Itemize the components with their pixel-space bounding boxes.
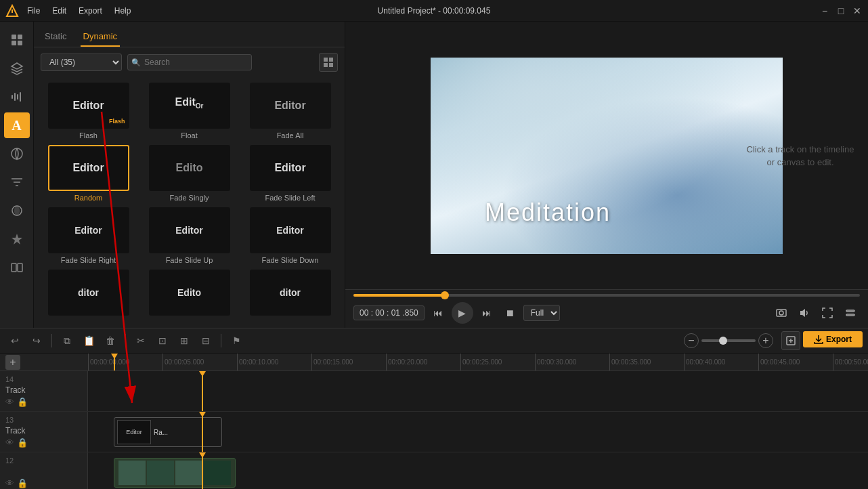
track-content-13[interactable]: Editor Ra... xyxy=(88,412,868,452)
track-number-13: 13 xyxy=(5,416,82,424)
menu-help[interactable]: Help xyxy=(109,3,137,18)
effect-item-fade-singly[interactable]: Edito Fade Singly xyxy=(142,145,237,202)
track-visibility-12[interactable]: 👁 xyxy=(5,478,14,488)
grid-toggle-button[interactable] xyxy=(319,53,338,72)
stop-button[interactable]: ⏹ xyxy=(500,303,519,322)
zoom-out-button[interactable]: − xyxy=(684,333,699,348)
effect-label-fade-singly: Fade Singly xyxy=(169,194,209,202)
svg-rect-9 xyxy=(20,92,21,102)
clip-thumb: Editor xyxy=(117,420,151,444)
preview-video[interactable]: Meditation Click a track on the timeline… xyxy=(345,22,868,289)
effect-item-float[interactable]: EditOr Float xyxy=(142,83,237,140)
separator-1 xyxy=(51,334,52,347)
minimize-button[interactable]: − xyxy=(819,5,830,16)
menu-bar: File Edit Export Help xyxy=(22,3,136,18)
fullscreen-button[interactable] xyxy=(818,303,837,322)
track-clip-random[interactable]: Editor Ra... xyxy=(114,417,222,447)
close-button[interactable]: ✕ xyxy=(852,5,863,16)
trim-button[interactable]: ⊟ xyxy=(196,331,215,350)
sidebar-item-transition[interactable] xyxy=(4,255,30,280)
effect-item-fade-slide-down[interactable]: Editor Fade Slide Down xyxy=(242,207,338,264)
export-options-button[interactable] xyxy=(781,331,800,350)
add-track-button[interactable]: + xyxy=(5,355,20,370)
effect-item-fade-all[interactable]: Editor Fade All xyxy=(242,83,338,140)
effect-label-fade-all: Fade All xyxy=(277,131,304,140)
copy-button[interactable]: ⧉ xyxy=(58,331,77,350)
time-display: 00 : 00 : 01 .850 xyxy=(353,305,425,320)
svg-rect-15 xyxy=(12,263,16,272)
timeline-playhead[interactable] xyxy=(114,354,115,370)
track-lock-12[interactable]: 🔒 xyxy=(17,478,28,488)
sidebar-item-color[interactable] xyxy=(4,198,30,224)
clip-label: Ra... xyxy=(154,429,168,436)
screenshot-button[interactable] xyxy=(772,303,791,322)
svg-rect-8 xyxy=(17,94,18,100)
maximize-button[interactable]: □ xyxy=(836,5,846,16)
play-button[interactable]: ▶ xyxy=(452,302,473,324)
menu-export[interactable]: Export xyxy=(73,3,108,18)
track-lock-14[interactable]: 🔒 xyxy=(17,397,28,407)
track-clip-video[interactable] xyxy=(114,458,236,488)
preview-timeline-bar[interactable] xyxy=(353,294,860,297)
effect-item-fade-slide-up[interactable]: Editor Fade Slide Up xyxy=(142,207,237,264)
svg-rect-20 xyxy=(329,63,333,67)
effect-item-r4a[interactable]: ditor xyxy=(41,270,136,318)
sidebar-item-filters[interactable] xyxy=(4,169,30,195)
split-button[interactable]: ✂ xyxy=(131,331,150,350)
sidebar-item-layers[interactable] xyxy=(4,56,30,81)
sidebar-item-text[interactable]: A xyxy=(4,112,30,138)
effect-item-r4c[interactable]: ditor xyxy=(242,270,338,318)
tab-dynamic[interactable]: Dynamic xyxy=(81,27,121,47)
menu-edit[interactable]: Edit xyxy=(47,3,72,18)
settings-button[interactable] xyxy=(841,303,860,322)
undo-button[interactable]: ↩ xyxy=(5,331,24,350)
ruler-mark-3: 00:00:15.000 xyxy=(311,354,386,371)
zoom-in-button[interactable]: + xyxy=(758,333,773,348)
track-visibility-14[interactable]: 👁 xyxy=(5,397,14,407)
delete-button[interactable]: 🗑 xyxy=(101,331,120,350)
track-content-14[interactable] xyxy=(88,371,868,411)
redo-button[interactable]: ↪ xyxy=(27,331,46,350)
effect-thumb-fade-all: Editor xyxy=(250,83,331,129)
sidebar-item-audio[interactable] xyxy=(4,84,30,110)
track-label-14: 14 Track 👁 🔒 xyxy=(0,371,88,411)
track-name-14: Track xyxy=(5,385,82,395)
skip-forward-button[interactable]: ⏭ xyxy=(477,303,496,322)
timeline-thumb[interactable] xyxy=(441,291,449,299)
track-lock-13[interactable]: 🔒 xyxy=(17,438,28,448)
search-input[interactable] xyxy=(127,54,252,70)
crop-button[interactable]: ⊡ xyxy=(153,331,172,350)
category-dropdown[interactable]: All (35) xyxy=(41,54,122,71)
effect-item-flash[interactable]: Editor Flash Flash xyxy=(41,83,136,140)
paste-button[interactable]: 📋 xyxy=(79,331,98,350)
titlebar-right: − □ ✕ xyxy=(819,5,863,16)
effect-item-fade-slide-right[interactable]: Editor Fade Slide Right xyxy=(41,207,136,264)
zoom-slider[interactable] xyxy=(701,339,756,342)
skip-back-button[interactable]: ⏮ xyxy=(429,303,448,322)
bottom-toolbar: ↩ ↪ ⧉ 📋 🗑 ✂ ⊡ ⊞ ⊟ ⚑ − + Export xyxy=(0,328,868,354)
export-button[interactable]: Export xyxy=(803,331,863,347)
sidebar-item-home[interactable] xyxy=(4,27,30,53)
volume-button[interactable] xyxy=(795,303,814,322)
effect-label-fade-slide-right: Fade Slide Right xyxy=(61,256,116,264)
svg-point-10 xyxy=(12,148,22,159)
tab-static[interactable]: Static xyxy=(42,27,70,47)
sidebar-item-stars[interactable] xyxy=(4,226,30,252)
track-visibility-13[interactable]: 👁 xyxy=(5,438,14,448)
sidebar-item-effects[interactable] xyxy=(4,141,30,167)
svg-rect-6 xyxy=(12,95,13,99)
effect-item-r4b[interactable]: Edito xyxy=(142,270,237,318)
marker-button[interactable]: ⚑ xyxy=(227,331,246,350)
ruler-mark-9: 00:00:45.000 xyxy=(758,354,833,371)
ruler-mark-0: 00:00:00.000 xyxy=(88,354,162,371)
menu-file[interactable]: File xyxy=(22,3,45,18)
track-content-12[interactable] xyxy=(88,452,868,489)
fit-button[interactable]: ⊞ xyxy=(175,331,194,350)
effect-thumb-fade-singly: Edito xyxy=(149,145,230,191)
effect-item-random[interactable]: Editor Random xyxy=(41,145,136,202)
zoom-thumb[interactable] xyxy=(719,337,727,345)
video-clip-content xyxy=(117,459,232,487)
track-row-13: 13 Track 👁 🔒 Editor Ra... xyxy=(0,412,868,452)
effect-item-fade-slide-left[interactable]: Editor Fade Slide Left xyxy=(242,145,338,202)
quality-dropdown[interactable]: Full xyxy=(523,305,560,321)
